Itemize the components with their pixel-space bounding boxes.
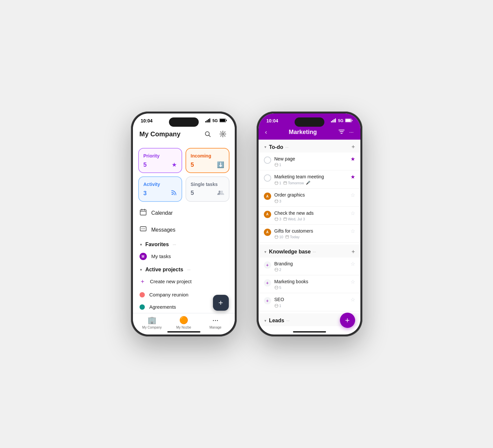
- single-tasks-card[interactable]: Single tasks 5: [185, 176, 229, 202]
- 5g-label-2: 5G: [338, 118, 343, 123]
- company-nav-icon: 🏢: [147, 316, 156, 325]
- messages-icon: [140, 225, 147, 234]
- task-star-branding[interactable]: ☆: [350, 261, 355, 267]
- status-time-1: 10:04: [141, 118, 153, 123]
- task-title-branding: Branding: [274, 261, 347, 267]
- svg-rect-5: [220, 119, 225, 122]
- svg-rect-27: [352, 120, 352, 121]
- priority-label: Priority: [144, 153, 177, 158]
- todo-plus-icon[interactable]: +: [351, 144, 355, 151]
- svg-rect-54: [286, 236, 289, 238]
- svg-rect-0: [205, 121, 206, 122]
- messages-label: Messages: [151, 227, 176, 233]
- purple-fab-button[interactable]: +: [340, 313, 355, 328]
- task-marketing-meeting[interactable]: Marketing team meeting 1 Tomorrow: [259, 170, 360, 189]
- scroll-content-1[interactable]: Priority 5 ★ Incoming 5 ⬇️: [133, 143, 235, 313]
- signal-icon-1: [205, 118, 211, 123]
- more-icon-btn[interactable]: ···: [349, 129, 353, 135]
- home-indicator-2: [293, 331, 326, 333]
- my-tasks-item[interactable]: M My tasks: [133, 249, 235, 263]
- leads-more-icon[interactable]: ···: [286, 318, 290, 323]
- status-time-2: 10:04: [267, 118, 278, 123]
- svg-point-65: [275, 305, 276, 305]
- task-content-gifts-customers: Gifts for customers 10 Today: [274, 228, 347, 239]
- fab-button[interactable]: +: [213, 295, 229, 311]
- create-project-item[interactable]: ＋ Create new project: [133, 274, 235, 289]
- todo-more-icon[interactable]: ···: [285, 145, 289, 150]
- task-title-gifts-customers: Gifts for customers: [274, 228, 347, 234]
- activity-card[interactable]: Activity 3: [138, 176, 182, 202]
- kb-plus-icon[interactable]: +: [351, 248, 355, 255]
- calendar-nav-item[interactable]: Calendar: [133, 204, 235, 221]
- app-title: My Company: [140, 130, 181, 138]
- search-icon-btn[interactable]: [202, 129, 213, 139]
- active-projects-more-icon[interactable]: ···: [187, 267, 190, 272]
- active-projects-title: Active projects: [145, 267, 183, 273]
- task-star-gifts-customers[interactable]: ☆: [350, 228, 355, 234]
- svg-rect-47: [284, 218, 287, 220]
- bottom-nav-manage[interactable]: ··· Manage: [206, 316, 226, 329]
- active-projects-header: ▼ Active projects ···: [133, 263, 235, 274]
- nozbe-nav-icon: 🟠: [179, 316, 188, 325]
- svg-point-36: [276, 182, 277, 183]
- favorites-title: Favorites: [145, 242, 169, 247]
- active-projects-chevron-icon: ▼: [140, 268, 143, 272]
- task-content-order-graphics: Order graphics 3: [274, 192, 347, 203]
- task-plus-marketing-books: +: [264, 279, 271, 287]
- task-circle-meeting: [264, 174, 271, 182]
- task-branding[interactable]: + Branding 2 ☆: [259, 257, 360, 275]
- task-title-marketing-books: Marketing books: [274, 279, 347, 285]
- kb-more-icon[interactable]: ···: [313, 249, 316, 254]
- single-label: Single tasks: [191, 182, 224, 187]
- priority-card[interactable]: Priority 5 ★: [138, 148, 182, 173]
- priority-star-icon: ★: [172, 161, 177, 168]
- task-content-marketing-books: Marketing books 5: [274, 279, 347, 290]
- back-button[interactable]: ‹: [265, 129, 267, 136]
- svg-line-8: [209, 135, 210, 137]
- svg-rect-1: [207, 120, 208, 122]
- task-seo[interactable]: + SEO 1 ☆: [259, 293, 360, 311]
- task-plus-branding: +: [264, 261, 271, 269]
- todo-section-row: ▼ To-do ··· +: [259, 140, 360, 153]
- messages-nav-item[interactable]: Messages: [133, 221, 235, 238]
- task-star-check-ads[interactable]: ☆: [350, 210, 355, 216]
- nozbe-nav-label: My Nozbe: [176, 326, 191, 329]
- settings-icon-btn[interactable]: [218, 129, 228, 139]
- task-gifts-customers[interactable]: A Gifts for customers 10 Today: [259, 225, 360, 243]
- cards-grid: Priority 5 ★ Incoming 5 ⬇️: [133, 143, 235, 204]
- filter-icon-btn[interactable]: [339, 129, 345, 136]
- task-star-seo[interactable]: ☆: [350, 296, 355, 303]
- svg-rect-21: [331, 121, 332, 122]
- svg-point-53: [276, 236, 277, 237]
- bottom-nav-my-company[interactable]: 🏢 My Company: [142, 316, 162, 329]
- task-mic-meeting: 🎤: [306, 181, 310, 185]
- my-tasks-label: My tasks: [151, 253, 171, 259]
- task-marketing-books[interactable]: + Marketing books 5 ☆: [259, 275, 360, 293]
- scroll-content-2[interactable]: ▼ To-do ··· + New page: [259, 140, 360, 335]
- kb-section-left: ▼ Knowledge base ···: [264, 249, 316, 255]
- task-count-check-ads: 3: [274, 217, 281, 221]
- svg-point-43: [276, 200, 277, 201]
- svg-point-19: [143, 228, 143, 229]
- task-count-marketing-books: 5: [274, 286, 281, 290]
- task-star-meeting[interactable]: ★: [350, 174, 355, 180]
- task-star-marketing-books[interactable]: ☆: [350, 279, 355, 285]
- task-order-graphics[interactable]: A Order graphics 3 ☆: [259, 189, 360, 206]
- task-new-page[interactable]: New page 1 ★: [259, 153, 360, 170]
- task-star-order-graphics[interactable]: ☆: [350, 192, 355, 198]
- task-check-ads[interactable]: A Check the new ads 3 Wed, Jul 3: [259, 207, 360, 225]
- favorites-more-icon[interactable]: ···: [173, 242, 176, 247]
- task-star-new-page[interactable]: ★: [350, 156, 355, 162]
- manage-nav-label: Manage: [209, 326, 221, 329]
- company-reunion-dot: [140, 292, 145, 297]
- task-meta-marketing-books: 5: [274, 286, 347, 290]
- incoming-card[interactable]: Incoming 5 ⬇️: [185, 148, 229, 173]
- svg-point-44: [275, 217, 278, 221]
- task-count-seo: 1: [274, 304, 281, 308]
- activity-count: 3: [144, 190, 147, 197]
- svg-point-52: [275, 236, 276, 237]
- favorites-chevron-icon: ▼: [140, 243, 143, 246]
- svg-point-11: [219, 191, 221, 193]
- bottom-nav-my-nozbe[interactable]: 🟠 My Nozbe: [174, 316, 194, 329]
- task-title-meeting: Marketing team meeting: [274, 174, 347, 180]
